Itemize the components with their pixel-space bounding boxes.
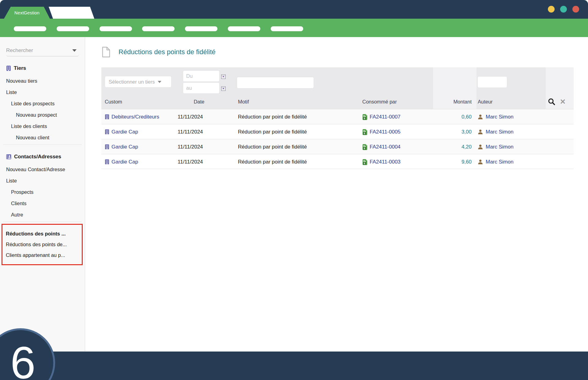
amount-value: 3,00 [462,129,472,135]
table-row[interactable]: Gardie Cap 11/11/2024 Réduction par poin… [101,124,574,139]
author-cell: Marc Simon [478,124,514,139]
sidebar-item[interactable]: Autre [0,209,85,220]
column-header-motif[interactable]: Motif [238,94,249,109]
amount-cell: 4,20 [435,139,472,154]
table-row[interactable]: Debiteurs/Crediteurs 11/11/2024 Réductio… [101,109,574,124]
customer-link[interactable]: Gardie Cap [111,144,138,150]
sidebar-item-reductions-points[interactable]: Réductions des points ... [2,228,82,239]
sidebar-item[interactable]: Nouveau prospect [0,109,85,121]
sidebar-item[interactable]: Nouveau Contact/Adresse [0,164,85,175]
window-button-yellow[interactable] [548,6,555,13]
sidebar-items-tiers: Nouveau tiers Liste Liste des prospects … [0,75,85,143]
date-cell: 11/11/2024 [178,154,203,169]
nav-placeholder-pill[interactable] [100,26,132,31]
invoice-link[interactable]: FA2411-0007 [370,114,401,120]
motif-value: Réduction par point de fidélité [238,129,307,135]
sidebar-item[interactable]: Liste [0,87,85,98]
author-name: Marc Simon [486,144,514,150]
sidebar-item-label: Autre [11,212,23,218]
window-button-teal[interactable] [560,6,567,13]
building-icon [105,114,109,119]
sidebar: Rechercher Tiers Nouveau tiers Liste Lis… [0,37,85,352]
sidebar-item-clients-appartenant[interactable]: Clients appartenant au p... [2,250,82,261]
app-tab[interactable]: NextGestion [4,7,50,19]
customer-cell[interactable]: Gardie Cap [105,124,138,139]
sidebar-item-label: Nouveau prospect [16,112,57,118]
app-window: NextGestion Rechercher Tiers [0,0,588,380]
auteur-filter-input[interactable] [477,76,507,88]
title-bar: NextGestion [0,0,588,19]
footer-bar [0,352,588,380]
customer-cell[interactable]: Gardie Cap [105,139,138,154]
calendar-icon[interactable] [221,74,226,79]
tiers-select[interactable]: Sélectionner un tiers [105,76,172,88]
column-header-date[interactable]: Date [178,94,221,109]
sidebar-item-reductions-points-de[interactable]: Réductions des points de... [2,239,82,250]
search-input[interactable]: Rechercher [6,45,79,56]
amount-cell: 3,00 [435,124,472,139]
date-value: 11/11/2024 [178,159,203,165]
customer-link[interactable]: Debiteurs/Crediteurs [111,114,159,120]
customer-link[interactable]: Gardie Cap [111,129,138,135]
sidebar-item-label: Prospects [11,189,33,195]
customer-cell[interactable]: Gardie Cap [105,154,138,169]
sidebar-item[interactable]: Clients [0,198,85,209]
motif-value: Réduction par point de fidélité [238,114,307,120]
secondary-tab[interactable] [49,7,94,19]
author-cell: Marc Simon [478,109,514,124]
date-value: 11/11/2024 [178,129,203,135]
calendar-icon[interactable] [221,86,226,91]
amount-value: 0,60 [462,114,472,120]
contact-card-icon [6,154,11,159]
person-icon [478,144,483,149]
column-header-montant[interactable]: Montant [435,94,472,109]
column-header-auteur[interactable]: Auteur [478,94,493,109]
date-from-input[interactable] [183,70,220,82]
invoice-link[interactable]: FA2411-0003 [370,159,401,165]
invoice-link[interactable]: FA2411-0005 [370,129,401,135]
sidebar-item[interactable]: Liste des prospects [0,98,85,109]
nav-placeholder-pill[interactable] [228,26,260,31]
customer-link[interactable]: Gardie Cap [111,159,138,165]
table-row[interactable]: Gardie Cap 11/11/2024 Réduction par poin… [101,139,574,154]
sidebar-item-label: Nouveau client [16,135,49,141]
sidebar-section-contacts: Contacts/Adresses [6,153,85,161]
invoice-cell[interactable]: $ FA2411-0005 [362,124,401,139]
sidebar-item[interactable]: Prospects [0,186,85,198]
sidebar-item[interactable]: Nouveau tiers [0,75,85,87]
svg-text:$: $ [364,147,365,150]
search-icon[interactable] [548,98,556,106]
column-header-consomme-par[interactable]: Consommé par [362,94,397,109]
nav-placeholder-pill[interactable] [271,26,303,31]
column-header-custom[interactable]: Custom [105,94,122,109]
date-cell: 11/11/2024 [178,109,203,124]
table-row[interactable]: Gardie Cap 11/11/2024 Réduction par poin… [101,154,574,169]
date-cell: 11/11/2024 [178,139,203,154]
chevron-down-icon [72,49,77,52]
nav-placeholder-pill[interactable] [57,26,89,31]
customer-cell[interactable]: Debiteurs/Crediteurs [105,109,159,124]
window-button-red[interactable] [572,6,579,13]
invoice-cell[interactable]: $ FA2411-0004 [362,139,401,154]
main-nav-bar [0,19,588,37]
nav-placeholder-pill[interactable] [14,26,46,31]
sidebar-item[interactable]: Liste des clients [0,121,85,132]
nav-placeholder-pill[interactable] [142,26,175,31]
sidebar-item-label: Liste [6,178,17,184]
nav-placeholder-pill[interactable] [185,26,217,31]
invoice-cell[interactable]: $ FA2411-0003 [362,154,401,169]
sidebar-item-label: Liste [6,89,17,95]
clear-filters-icon[interactable]: ✕ [560,98,566,105]
sidebar-divider [3,222,82,222]
invoice-link[interactable]: FA2411-0004 [370,144,401,150]
search-placeholder: Rechercher [6,47,33,54]
sidebar-item-label: Liste des prospects [11,101,55,107]
date-to-input[interactable] [183,82,220,94]
motif-filter-input[interactable] [237,77,314,88]
sidebar-item[interactable]: Liste [0,175,85,186]
sidebar-item[interactable]: Nouveau client [0,132,85,143]
building-icon [6,66,11,71]
invoice-cell[interactable]: $ FA2411-0007 [362,109,401,124]
author-name: Marc Simon [486,159,514,165]
building-icon [105,129,109,134]
